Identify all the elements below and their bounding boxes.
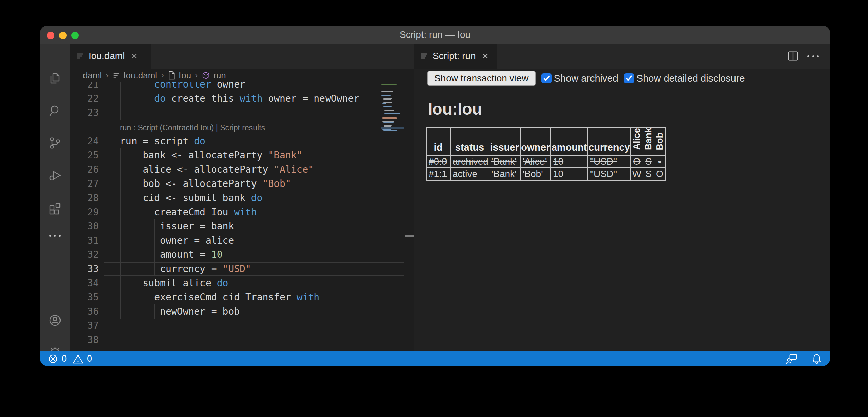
close-tab-icon[interactable]	[482, 53, 489, 59]
chevron-right-icon: ›	[161, 71, 165, 80]
line-number: 26	[70, 163, 99, 177]
column-header-owner: owner	[520, 127, 551, 155]
source-control-icon[interactable]	[48, 136, 62, 150]
show-detailed-disclosure-label: Show detailed disclosure	[636, 73, 745, 84]
breadcrumb: daml › Iou.daml › Iou › run	[70, 69, 414, 82]
code-line-21[interactable]: 21controller owner	[70, 82, 414, 92]
code-line-37[interactable]: 37	[70, 319, 414, 333]
code-line-29[interactable]: 29createCmd Iou with	[70, 205, 414, 219]
title-bar: Script: run — Iou	[40, 26, 830, 44]
cell: O	[631, 155, 643, 167]
code-line-25[interactable]: 25bank <- allocateParty "Bank"	[70, 148, 414, 163]
cell: -	[654, 155, 666, 167]
cell: O	[654, 167, 666, 180]
code-line-36[interactable]: 36newOwner = bob	[70, 304, 414, 319]
line-number: 28	[70, 191, 99, 205]
warning-icon	[73, 354, 83, 364]
cell: 10	[551, 155, 588, 167]
code-line-28[interactable]: 28cid <- submit bank do	[70, 191, 414, 205]
cell: #1:1	[426, 167, 450, 180]
line-number: 35	[70, 290, 99, 304]
cell: "USD"	[588, 155, 631, 167]
close-tab-icon[interactable]	[131, 53, 138, 59]
code-line-27[interactable]: 27bob <- allocateParty "Bob"	[70, 177, 414, 191]
code-line-33[interactable]: 33currency = "USD"	[70, 262, 414, 276]
line-number: 38	[70, 333, 99, 347]
code-line-26[interactable]: 26alice <- allocateParty "Alice"	[70, 163, 414, 177]
line-number: 23	[70, 106, 99, 120]
code-line-23[interactable]: 23	[70, 106, 414, 120]
line-number: 29	[70, 205, 99, 219]
breadcrumb-item-daml[interactable]: daml	[83, 70, 102, 81]
warning-count: 0	[87, 353, 92, 364]
chevron-right-icon: ›	[194, 71, 198, 80]
show-archived-label: Show archived	[554, 73, 618, 84]
code-line-30[interactable]: 30issuer = bank	[70, 219, 414, 234]
explorer-icon[interactable]	[48, 72, 62, 85]
show-transaction-view-button[interactable]: Show transaction view	[427, 71, 536, 86]
code-lens[interactable]: run : Script (ContractId Iou) | Script r…	[120, 120, 265, 134]
line-number: 21	[70, 82, 99, 92]
cell: archived	[450, 155, 489, 167]
template-heading: Iou:Iou	[428, 100, 482, 118]
tab-label: Iou.daml	[89, 51, 125, 62]
daml-file-icon	[76, 52, 85, 60]
vscode-window: Script: run — Iou Iou.daml	[40, 26, 830, 366]
party-column-header-bank: Bank	[643, 127, 654, 155]
tab-iou-daml[interactable]: Iou.daml	[70, 44, 151, 69]
cell: #0:0	[426, 155, 450, 167]
line-number: 27	[70, 177, 99, 191]
line-number: 30	[70, 219, 99, 234]
breadcrumb-item-symbol[interactable]: run	[213, 70, 226, 81]
column-header-status: status	[450, 127, 489, 155]
error-icon	[48, 354, 58, 364]
code-editor[interactable]: 21controller owner22do create this with …	[70, 82, 414, 351]
contract-row: #0:0archived'Bank''Alice'10"USD"OS-	[426, 155, 666, 167]
code-line-24[interactable]: 24run = script do	[70, 134, 414, 148]
breadcrumb-item-module[interactable]: Iou	[179, 70, 191, 81]
line-number: 33	[70, 262, 99, 276]
cell: 'Bank'	[489, 155, 520, 167]
code-line-31[interactable]: 31owner = alice	[70, 234, 414, 248]
run-and-debug-icon[interactable]	[48, 169, 62, 182]
code-line-22[interactable]: 22do create this with owner = newOwner	[70, 92, 414, 106]
line-number: 22	[70, 92, 99, 106]
cell: S	[643, 167, 654, 180]
script-results-panel: Show transaction view Show archived Show…	[414, 69, 830, 351]
contract-table: idstatusissuerowneramountcurrencyAliceBa…	[426, 127, 666, 181]
search-icon[interactable]	[48, 104, 62, 118]
cell: 'Bob'	[520, 167, 551, 180]
party-column-header-alice: Alice	[631, 127, 643, 155]
panel-more-actions-icon[interactable]	[807, 44, 819, 69]
show-detailed-disclosure-checkbox[interactable]	[624, 73, 634, 83]
cell: W	[631, 167, 643, 180]
script-result-icon	[420, 52, 429, 60]
column-header-amount: amount	[551, 127, 588, 155]
status-bar: 0 0	[40, 351, 830, 366]
code-line-38[interactable]: 38	[70, 333, 414, 347]
scrollbar-marker[interactable]	[405, 235, 414, 237]
code-line-35[interactable]: 35exerciseCmd cid Transfer with	[70, 290, 414, 304]
notifications-bell-icon[interactable]	[811, 353, 822, 364]
daml-file-icon	[113, 72, 120, 79]
column-header-id: id	[426, 127, 450, 155]
code-line-32[interactable]: 32amount = 10	[70, 248, 414, 262]
problems-status[interactable]: 0 0	[48, 353, 92, 364]
error-count: 0	[62, 353, 67, 364]
account-icon[interactable]	[48, 314, 62, 327]
tab-strip: Iou.daml Script: run	[70, 44, 830, 69]
cell: 10	[551, 167, 588, 180]
cell: "USD"	[588, 167, 631, 180]
column-header-issuer: issuer	[489, 127, 520, 155]
extensions-icon[interactable]	[48, 202, 62, 216]
more-actions-icon[interactable]	[49, 229, 61, 242]
line-number: 31	[70, 234, 99, 248]
cell: active	[450, 167, 489, 180]
show-archived-checkbox[interactable]	[541, 73, 552, 83]
split-editor-icon[interactable]	[787, 50, 799, 62]
feedback-icon[interactable]	[786, 353, 798, 365]
breadcrumb-item-file[interactable]: Iou.daml	[123, 70, 157, 81]
tab-script-run[interactable]: Script: run	[414, 44, 497, 69]
code-line-34[interactable]: 34submit alice do	[70, 276, 414, 290]
minimap[interactable]	[381, 83, 404, 140]
